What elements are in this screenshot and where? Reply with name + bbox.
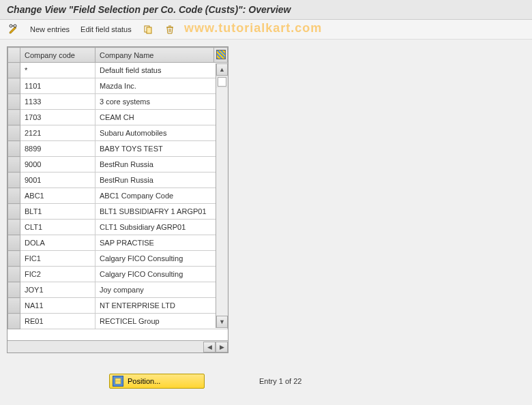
- cell-company-code[interactable]: DOLA: [20, 235, 95, 251]
- table-row[interactable]: 1703CEAM CH: [8, 110, 228, 125]
- table-row[interactable]: 9001BestRun Russia: [8, 172, 228, 188]
- svg-point-0: [10, 25, 12, 27]
- cell-company-code[interactable]: *: [20, 63, 95, 78]
- row-selector[interactable]: [8, 314, 20, 329]
- horizontal-scrollbar[interactable]: ◀ ▶: [8, 340, 228, 352]
- copy-icon: [143, 24, 153, 35]
- row-selector[interactable]: [8, 125, 20, 141]
- table-row[interactable]: RE01RECTICEL Group: [8, 314, 228, 329]
- footer: Position... Entry 1 of 22: [109, 374, 525, 389]
- watermark: www.tutorialkart.com: [184, 21, 322, 35]
- row-selector[interactable]: [8, 251, 20, 267]
- cell-company-name[interactable]: Mazda Inc.: [95, 78, 228, 94]
- cell-company-code[interactable]: CLT1: [20, 220, 95, 235]
- table-row[interactable]: 2121Subaru Automobiles: [8, 125, 228, 141]
- scroll-right-button[interactable]: ▶: [216, 342, 228, 352]
- row-selector[interactable]: [8, 141, 20, 157]
- cell-company-code[interactable]: 2121: [20, 125, 95, 141]
- table-row[interactable]: ABC1ABC1 Company Code: [8, 188, 228, 204]
- cell-company-name[interactable]: Calgary FICO Consulting: [95, 267, 228, 282]
- cell-company-name[interactable]: BABY TOYS TEST: [95, 141, 228, 157]
- row-selector[interactable]: [8, 157, 20, 172]
- new-entries-button[interactable]: New entries: [27, 24, 72, 35]
- vertical-scrollbar[interactable]: ▲ ▼: [216, 63, 228, 328]
- cell-company-code[interactable]: FIC1: [20, 251, 95, 267]
- column-header-name[interactable]: Company Name: [95, 48, 214, 63]
- cell-company-code[interactable]: 1101: [20, 78, 95, 94]
- company-table: Company code Company Name *Default field…: [8, 47, 228, 329]
- scroll-marker: [218, 77, 226, 87]
- edit-field-status-button[interactable]: Edit field status: [78, 24, 134, 35]
- cell-company-name[interactable]: 3 core systems: [95, 94, 228, 110]
- table-row[interactable]: CLT1CLT1 Subsidiary AGRP01: [8, 220, 228, 235]
- cell-company-name[interactable]: Subaru Automobiles: [95, 125, 228, 141]
- scroll-track[interactable]: [216, 88, 228, 316]
- pencil-glasses-icon: [8, 24, 19, 35]
- scroll-up-button[interactable]: ▲: [216, 63, 228, 76]
- position-button[interactable]: Position...: [109, 374, 205, 389]
- table-row[interactable]: *Default field status: [8, 63, 228, 78]
- copy-button[interactable]: [140, 22, 156, 36]
- row-selector[interactable]: [8, 204, 20, 220]
- row-selector[interactable]: [8, 282, 20, 298]
- table-row[interactable]: FIC2Calgary FICO Consulting: [8, 267, 228, 282]
- table-config-header[interactable]: [214, 48, 228, 63]
- cell-company-name[interactable]: Default field status: [95, 63, 228, 78]
- table-row[interactable]: NA11NT ENTERPRISE LTD: [8, 298, 228, 314]
- table-row[interactable]: DOLASAP PRACTISE: [8, 235, 228, 251]
- row-selector[interactable]: [8, 94, 20, 110]
- cell-company-name[interactable]: BestRun Russia: [95, 157, 228, 172]
- row-selector[interactable]: [8, 63, 20, 78]
- delete-button[interactable]: [162, 22, 178, 36]
- cell-company-code[interactable]: RE01: [20, 314, 95, 329]
- column-header-code[interactable]: Company code: [20, 48, 95, 63]
- row-selector[interactable]: [8, 188, 20, 204]
- cell-company-code[interactable]: 8899: [20, 141, 95, 157]
- table-row[interactable]: 1101Mazda Inc.: [8, 78, 228, 94]
- edit-field-status-label: Edit field status: [80, 25, 132, 33]
- row-selector[interactable]: [8, 110, 20, 125]
- cell-company-code[interactable]: ABC1: [20, 188, 95, 204]
- position-icon: [113, 376, 123, 387]
- cell-company-code[interactable]: JOY1: [20, 282, 95, 298]
- svg-rect-4: [147, 27, 151, 33]
- cell-company-name[interactable]: SAP PRACTISE: [95, 235, 228, 251]
- cell-company-name[interactable]: BestRun Russia: [95, 172, 228, 188]
- toggle-button[interactable]: [5, 22, 22, 36]
- table-row[interactable]: FIC1Calgary FICO Consulting: [8, 251, 228, 267]
- cell-company-name[interactable]: CLT1 Subsidiary AGRP01: [95, 220, 228, 235]
- trash-icon: [164, 24, 175, 35]
- cell-company-code[interactable]: 1133: [20, 94, 95, 110]
- row-selector[interactable]: [8, 235, 20, 251]
- scroll-left-button[interactable]: ◀: [203, 342, 216, 352]
- table-row[interactable]: 8899BABY TOYS TEST: [8, 141, 228, 157]
- row-selector[interactable]: [8, 267, 20, 282]
- row-selector[interactable]: [8, 298, 20, 314]
- cell-company-name[interactable]: ABC1 Company Code: [95, 188, 228, 204]
- table-header-row: Company code Company Name: [8, 48, 228, 63]
- cell-company-code[interactable]: BLT1: [20, 204, 95, 220]
- page-title: Change View "Field Selection per Co. Cod…: [7, 4, 525, 15]
- row-selector[interactable]: [8, 172, 20, 188]
- table-container: Company code Company Name *Default field…: [7, 46, 228, 353]
- table-row[interactable]: 11333 core systems: [8, 94, 228, 110]
- select-all-header[interactable]: [8, 48, 20, 63]
- table-settings-icon: [216, 50, 226, 59]
- scroll-down-button[interactable]: ▼: [216, 316, 228, 328]
- cell-company-name[interactable]: RECTICEL Group: [95, 314, 228, 329]
- cell-company-code[interactable]: 9000: [20, 157, 95, 172]
- cell-company-name[interactable]: Joy company: [95, 282, 228, 298]
- table-row[interactable]: JOY1Joy company: [8, 282, 228, 298]
- cell-company-name[interactable]: CEAM CH: [95, 110, 228, 125]
- cell-company-code[interactable]: NA11: [20, 298, 95, 314]
- cell-company-name[interactable]: NT ENTERPRISE LTD: [95, 298, 228, 314]
- row-selector[interactable]: [8, 78, 20, 94]
- table-row[interactable]: 9000BestRun Russia: [8, 157, 228, 172]
- cell-company-code[interactable]: FIC2: [20, 267, 95, 282]
- cell-company-name[interactable]: BLT1 SUBSIDIAFRY 1 ARGP01: [95, 204, 228, 220]
- cell-company-code[interactable]: 1703: [20, 110, 95, 125]
- cell-company-code[interactable]: 9001: [20, 172, 95, 188]
- cell-company-name[interactable]: Calgary FICO Consulting: [95, 251, 228, 267]
- row-selector[interactable]: [8, 220, 20, 235]
- table-row[interactable]: BLT1BLT1 SUBSIDIAFRY 1 ARGP01: [8, 204, 228, 220]
